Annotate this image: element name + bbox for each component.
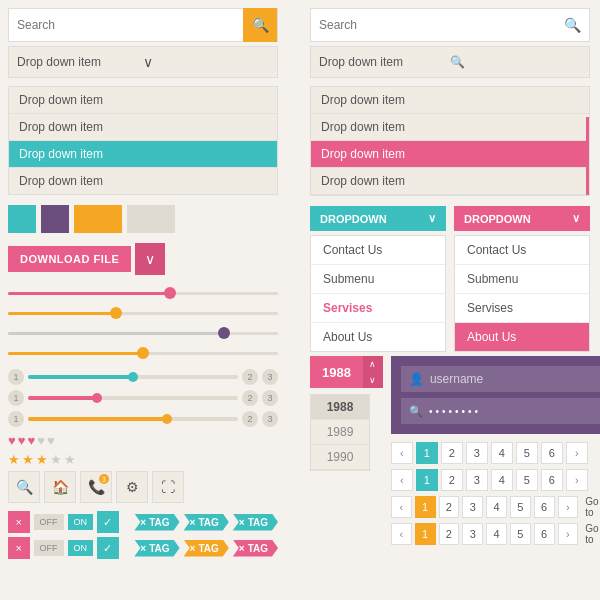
prev-page-btn[interactable]: ‹: [391, 442, 413, 464]
slider-1[interactable]: [8, 285, 278, 301]
color-btn-orange[interactable]: [74, 205, 122, 233]
toggle-off-1[interactable]: OFF: [34, 514, 64, 530]
heart-filled[interactable]: ♥: [8, 433, 16, 448]
next-page-btn-4[interactable]: ›: [558, 523, 579, 545]
page-btn-4-3[interactable]: 3: [462, 523, 483, 545]
list-item[interactable]: Drop down item: [311, 168, 589, 195]
star-filled[interactable]: ★: [22, 452, 34, 467]
year-item[interactable]: 1990: [311, 445, 369, 470]
stepped-slider-3[interactable]: 1 2 3: [8, 411, 278, 427]
page-btn-1[interactable]: 1: [416, 442, 438, 464]
number-spinner[interactable]: 1988 ∧ ∨: [310, 356, 383, 388]
dropdown-select-2[interactable]: Drop down item 🔍: [310, 46, 590, 78]
dropdown-btn-pink[interactable]: DROPDOWN ∨: [454, 206, 590, 231]
search-button-1[interactable]: 🔍: [243, 8, 277, 42]
toggle-on-2[interactable]: ON: [68, 540, 94, 556]
x-button-1[interactable]: ×: [8, 511, 30, 533]
slider-3[interactable]: [8, 325, 278, 341]
prev-page-btn-2[interactable]: ‹: [391, 469, 413, 491]
year-item[interactable]: 1989: [311, 420, 369, 445]
spinner-up-button[interactable]: ∧: [363, 356, 383, 372]
star-empty[interactable]: ★: [50, 452, 62, 467]
page-btn-4-2[interactable]: 2: [439, 523, 460, 545]
stepped-slider-2[interactable]: 1 2 3: [8, 390, 278, 406]
page-btn-3-2[interactable]: 2: [439, 496, 460, 518]
year-item-selected[interactable]: 1988: [311, 395, 369, 420]
list-item-active[interactable]: Drop down item: [311, 141, 589, 168]
page-btn-2-6[interactable]: 6: [541, 469, 563, 491]
star-filled[interactable]: ★: [8, 452, 20, 467]
next-page-btn[interactable]: ›: [566, 442, 588, 464]
page-btn-3-4[interactable]: 4: [486, 496, 507, 518]
page-btn-3-1[interactable]: 1: [415, 496, 436, 518]
page-btn-4-6[interactable]: 6: [534, 523, 555, 545]
color-btn-beige[interactable]: [127, 205, 175, 233]
next-page-btn-2[interactable]: ›: [566, 469, 588, 491]
star-empty[interactable]: ★: [64, 452, 76, 467]
page-btn-3-5[interactable]: 5: [510, 496, 531, 518]
download-dropdown-button[interactable]: ∨: [135, 243, 165, 275]
page-btn-2-1[interactable]: 1: [416, 469, 438, 491]
page-btn-5[interactable]: 5: [516, 442, 538, 464]
check-button-2[interactable]: ✓: [97, 537, 119, 559]
color-btn-teal[interactable]: [8, 205, 36, 233]
prev-page-btn-3[interactable]: ‹: [391, 496, 412, 518]
page-btn-3-6[interactable]: 6: [534, 496, 555, 518]
page-btn-2-2[interactable]: 2: [441, 469, 463, 491]
page-btn-2[interactable]: 2: [441, 442, 463, 464]
list-item[interactable]: Drop down item: [9, 168, 277, 194]
menu-item[interactable]: Submenu: [455, 265, 589, 294]
star-filled[interactable]: ★: [36, 452, 48, 467]
page-btn-3-3[interactable]: 3: [462, 496, 483, 518]
heart-filled[interactable]: ♥: [27, 433, 35, 448]
search-button-2[interactable]: 🔍: [555, 8, 589, 42]
page-btn-6[interactable]: 6: [541, 442, 563, 464]
prev-page-btn-4[interactable]: ‹: [391, 523, 412, 545]
next-page-btn-3[interactable]: ›: [558, 496, 579, 518]
menu-item[interactable]: Submenu: [311, 265, 445, 294]
page-btn-2-3[interactable]: 3: [466, 469, 488, 491]
page-btn-4-5[interactable]: 5: [510, 523, 531, 545]
menu-item[interactable]: About Us: [311, 323, 445, 351]
tag-3[interactable]: × TAG: [233, 514, 278, 531]
tag-5[interactable]: × TAG: [184, 540, 229, 557]
list-item-active[interactable]: Drop down item: [9, 141, 277, 168]
menu-item-active[interactable]: Servises: [311, 294, 445, 323]
page-btn-4-4[interactable]: 4: [486, 523, 507, 545]
tag-4[interactable]: × TAG: [134, 540, 179, 557]
menu-item-active[interactable]: About Us: [455, 323, 589, 351]
home-icon-box[interactable]: 🏠: [44, 471, 76, 503]
username-input[interactable]: [430, 372, 600, 386]
page-btn-3[interactable]: 3: [466, 442, 488, 464]
toggle-off-2[interactable]: OFF: [34, 540, 64, 556]
page-btn-2-5[interactable]: 5: [516, 469, 538, 491]
search-icon-box[interactable]: 🔍: [8, 471, 40, 503]
page-btn-2-4[interactable]: 4: [491, 469, 513, 491]
page-btn-4[interactable]: 4: [491, 442, 513, 464]
x-button-2[interactable]: ×: [8, 537, 30, 559]
tag-6[interactable]: × TAG: [233, 540, 278, 557]
toggle-on-1[interactable]: ON: [68, 514, 94, 530]
menu-item[interactable]: Contact Us: [311, 236, 445, 265]
spinner-down-button[interactable]: ∨: [363, 372, 383, 388]
list-item[interactable]: Drop down item: [9, 87, 277, 114]
tag-2[interactable]: × TAG: [184, 514, 229, 531]
color-btn-purple[interactable]: [41, 205, 69, 233]
slider-4[interactable]: [8, 345, 278, 361]
list-item[interactable]: Drop down item: [311, 87, 589, 114]
gear-icon-box[interactable]: ⚙: [116, 471, 148, 503]
dropdown-btn-teal[interactable]: DROPDOWN ∨: [310, 206, 446, 231]
menu-item[interactable]: Servises: [455, 294, 589, 323]
menu-item[interactable]: Contact Us: [455, 236, 589, 265]
search-input-2[interactable]: [311, 18, 555, 32]
check-button-1[interactable]: ✓: [97, 511, 119, 533]
expand-icon-box[interactable]: ⛶: [152, 471, 184, 503]
stepped-slider-1[interactable]: 1 2 3: [8, 369, 278, 385]
heart-empty[interactable]: ♥: [47, 433, 55, 448]
page-btn-4-1[interactable]: 1: [415, 523, 436, 545]
list-item[interactable]: Drop down item: [9, 114, 277, 141]
phone-icon-box[interactable]: 📞 3: [80, 471, 112, 503]
tag-1[interactable]: × TAG: [134, 514, 179, 531]
heart-empty[interactable]: ♥: [37, 433, 45, 448]
search-input-1[interactable]: [9, 18, 243, 32]
